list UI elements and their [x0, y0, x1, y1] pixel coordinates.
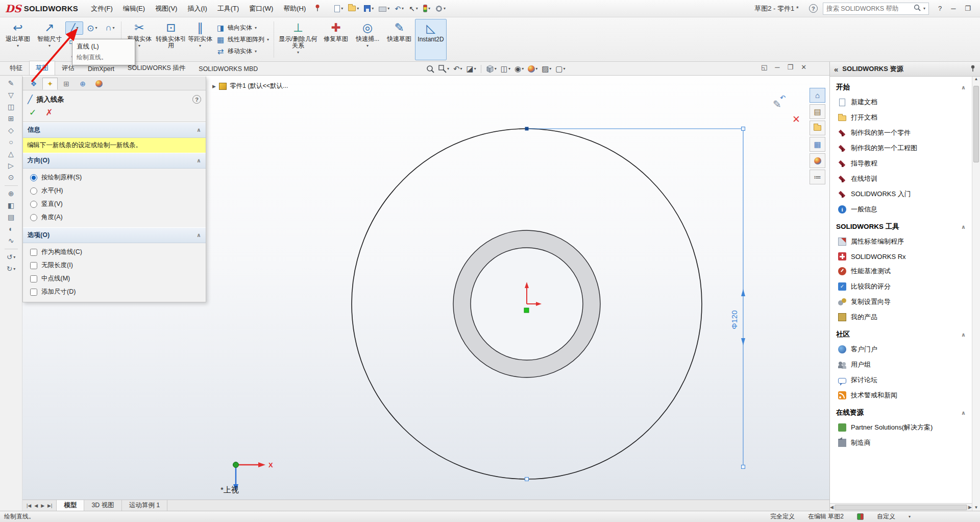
option-midpoint-line[interactable]: 中点线(M)	[30, 274, 199, 283]
radio-as-sketched[interactable]	[30, 174, 37, 181]
filter-faces-icon[interactable]: ⊞	[8, 115, 14, 123]
scrollbar-thumb[interactable]	[973, 86, 979, 162]
link-partner-solutions[interactable]: Partner Solutions(解决方案)	[830, 420, 972, 435]
file-explorer-tab[interactable]	[810, 121, 825, 135]
link-my-products[interactable]: 我的产品	[830, 310, 972, 325]
collapse-pane-icon[interactable]: «	[834, 65, 838, 74]
options-section-header[interactable]: 选项(O) ∧	[23, 227, 206, 243]
resources-tab[interactable]: ⌂	[810, 88, 825, 103]
tree-expand-arrow-icon[interactable]: ▶	[212, 84, 216, 89]
search-icon[interactable]	[914, 4, 921, 13]
filter-solid-icon[interactable]: ○	[9, 138, 13, 146]
view-settings-button[interactable]: ▢▾	[554, 64, 566, 74]
appearances-tab[interactable]	[810, 153, 825, 168]
hide-show-items-button[interactable]: ◉▾	[513, 64, 525, 74]
link-introducing-solidworks[interactable]: SOLIDWORKS 入门	[830, 186, 972, 202]
section-start-header[interactable]: 开始∧	[830, 78, 972, 94]
display-style-button[interactable]: ◫▾	[500, 64, 511, 74]
orientation-section-header[interactable]: 方向(O) ∧	[23, 153, 206, 169]
tab-solidworks-mbd[interactable]: SOLIDWORKS MBD	[192, 62, 264, 75]
rapid-sketch-button[interactable]: ✎ 快速草图	[383, 19, 415, 60]
link-property-tab-builder[interactable]: 属性标签编制程序	[830, 234, 972, 249]
dimxpertmanager-tab[interactable]: ⊕	[75, 78, 90, 90]
link-technical-alerts-news[interactable]: 技术警戒和新闻	[830, 388, 972, 403]
search-input[interactable]	[826, 5, 911, 12]
help-icon[interactable]: ?	[192, 95, 201, 104]
link-first-part[interactable]: 制作我的第一个零件	[830, 125, 972, 140]
orientation-horizontal[interactable]: 水平(H)	[30, 186, 199, 195]
move-entities-button[interactable]: ⇄移动实体▾	[216, 47, 269, 56]
save-button[interactable]: ▾	[362, 4, 375, 13]
rotate-view-button[interactable]: ↺▾	[7, 253, 16, 261]
display-delete-relations-button[interactable]: ⊥ 显示/删除几何关系 ▾	[276, 19, 320, 60]
sketch-handle[interactable]	[525, 478, 529, 481]
arc-tool-button[interactable]: ∩▾	[101, 21, 119, 35]
restore-button[interactable]: ❐	[961, 4, 975, 13]
chevron-down-icon[interactable]: ▾	[923, 7, 925, 11]
scroll-up-icon[interactable]: ▲	[974, 77, 978, 81]
mirror-entities-button[interactable]: ◨镜向实体▾	[216, 23, 269, 33]
quick-snaps-button[interactable]: ◎ 快速捕... ▾	[352, 19, 383, 60]
options-button[interactable]: ▾	[434, 4, 447, 13]
tab-model[interactable]: 模型	[57, 500, 84, 511]
section-view-button[interactable]: ◪▾	[465, 64, 477, 74]
link-open-document[interactable]: 打开文档	[830, 110, 972, 125]
sketch-handle[interactable]	[742, 127, 745, 131]
link-solidworks-rx[interactable]: SOLIDWORKS Rx	[830, 249, 972, 264]
menu-window[interactable]: 窗口(W)	[244, 2, 278, 16]
rebuild-button[interactable]: ▾	[422, 4, 432, 13]
sketch-handle[interactable]	[742, 465, 745, 469]
radio-horizontal[interactable]	[30, 187, 37, 195]
help-circle-icon[interactable]: ?	[809, 4, 818, 13]
orientation-angle[interactable]: 角度(A)	[30, 213, 199, 222]
orientation-vertical[interactable]: 竖直(V)	[30, 200, 199, 208]
link-manufacturers[interactable]: 制造商	[830, 435, 972, 450]
section-online-resources-header[interactable]: 在线资源∧	[830, 403, 972, 420]
filter-axis-icon[interactable]: △	[8, 150, 14, 158]
menu-view[interactable]: 视图(V)	[151, 2, 182, 16]
link-new-document[interactable]: 新建文档	[830, 94, 972, 110]
section-community-header[interactable]: 社区∧	[830, 325, 972, 342]
scroll-down-icon[interactable]: ▼	[972, 505, 980, 510]
menu-tools[interactable]: 工具(T)	[213, 2, 244, 16]
filter-vertices-icon[interactable]: ▽	[8, 91, 14, 99]
filter-hatch-icon[interactable]: ◐	[9, 225, 13, 233]
open-button[interactable]: ▾	[347, 5, 360, 12]
close-pane-icon[interactable]: ✕	[801, 63, 806, 71]
checkbox-midpoint-line[interactable]	[30, 275, 37, 282]
apply-scene-button[interactable]: ▨▾	[541, 64, 552, 74]
tree-root-label[interactable]: 零件1 (默认<<默认...	[230, 82, 288, 90]
orientation-as-sketched[interactable]: 按绘制原样(S)	[30, 173, 199, 182]
linear-pattern-button[interactable]: ▦线性草图阵列▾	[216, 35, 269, 44]
link-online-training[interactable]: 在线培训	[830, 171, 972, 186]
minimize-button[interactable]: ─	[947, 4, 960, 13]
sketch-filter-icon[interactable]: ✎	[8, 80, 14, 87]
pin-icon[interactable]	[970, 65, 976, 74]
help-search-box[interactable]: ▾	[823, 3, 929, 15]
restore-pane-icon[interactable]: ❐	[788, 63, 794, 71]
previous-tab-icon[interactable]: ◀	[34, 503, 38, 508]
filter-spline-icon[interactable]: ∿	[8, 237, 14, 245]
scrollbar-thumb[interactable]	[835, 505, 967, 510]
menu-file[interactable]: 文件(F)	[86, 2, 117, 16]
checkbox-add-dimensions[interactable]	[30, 289, 37, 296]
instant2d-button[interactable]: ◺ Instant2D	[415, 19, 447, 60]
custom-properties-tab[interactable]: ≔	[810, 170, 825, 184]
minimize-pane-icon[interactable]: ─	[775, 63, 779, 71]
link-general-information[interactable]: i一般信息	[830, 202, 972, 217]
line-tool-button[interactable]: ╱▾	[65, 21, 83, 35]
first-tab-icon[interactable]: |◀	[27, 503, 31, 508]
task-pane-vertical-scrollbar[interactable]: ▲ ▼	[972, 77, 980, 511]
chevron-down-icon[interactable]: ▾	[909, 515, 911, 519]
feature-tree-flyout[interactable]: ▶ 零件1 (默认<<默认...	[212, 82, 288, 90]
design-library-tab[interactable]: ▤	[810, 104, 825, 119]
tab-scroll-controls[interactable]: |◀ ◀ ▶ ▶|	[22, 500, 57, 511]
exit-sketch-button[interactable]: ↩ 退出草图 ▾	[2, 19, 34, 60]
featuremanager-tree-tab[interactable]: ❖	[26, 78, 41, 90]
cancel-button[interactable]: ✗	[45, 107, 53, 118]
option-construction-line[interactable]: 作为构造线(C)	[30, 248, 199, 256]
convert-entities-button[interactable]: ⊡ 转换实体引用	[155, 19, 187, 60]
status-custom[interactable]: 自定义	[877, 512, 895, 521]
filter-surface-icon[interactable]: ◇	[8, 127, 14, 134]
tab-motion-study[interactable]: 运动算例 1	[122, 500, 167, 511]
